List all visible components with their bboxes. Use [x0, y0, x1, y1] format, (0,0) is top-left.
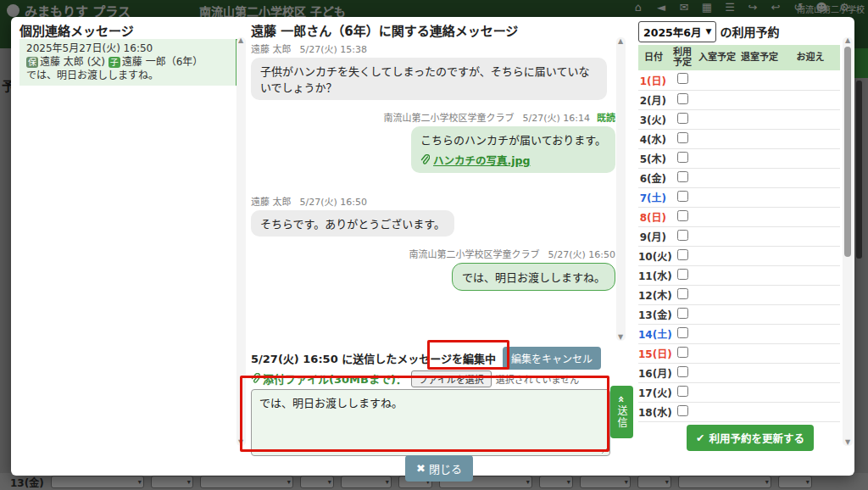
reservation-table: 日付利用予定入室予定退室予定お迎え 1(日)2(月)3(火)4(水)5(木)6(…	[638, 45, 840, 422]
column-header-2: 入室予定	[696, 45, 738, 70]
entry-time-cell	[696, 226, 738, 246]
screen: みまもりす プラス 南流山第二小学校区 子ども ⌂◄✉▦☰↪↩↺☻⚙ 南流山第二…	[0, 0, 868, 490]
message-list-item[interactable]: 2025年5月27日(火) 16:50 保遠藤 太郎 (父) 子遠藤 一郎（6年…	[19, 39, 240, 86]
entry-time-cell	[696, 168, 738, 187]
month-select[interactable]: 2025年6月 ▼	[638, 21, 716, 42]
message-right: 南流山第二小学校区学童クラブ5/27(火) 16:14既読こちらのハンカチが届い…	[251, 110, 615, 173]
usage-checkbox[interactable]	[677, 191, 688, 202]
message-time: 5/27(火) 16:50	[300, 197, 367, 208]
usage-checkbox[interactable]	[677, 269, 688, 280]
day-label: 10(火)	[638, 246, 669, 265]
cancel-edit-button[interactable]: 編集をキャンセル	[503, 347, 601, 370]
message-meta: 南流山第二小学校区学童クラブ5/27(火) 16:14既読	[384, 110, 615, 124]
chevron-down-icon: ▼	[706, 27, 712, 36]
usage-checkbox[interactable]	[677, 230, 688, 241]
left-scrollbar-track[interactable]	[236, 37, 246, 446]
message-bubble: こちらのハンカチが届いております。ハンカチの写真.jpg	[411, 126, 615, 173]
thread-scroll-down-icon[interactable]: ▼	[618, 333, 623, 341]
double-chevron-up-icon: «	[618, 396, 626, 403]
reservation-row: 16(月)	[638, 363, 840, 382]
pickup-cell	[781, 343, 840, 363]
exit-time-cell	[738, 129, 781, 148]
usage-checkbox[interactable]	[677, 171, 688, 182]
send-button[interactable]: « 送信	[610, 386, 633, 438]
reservation-row: 8(日)	[638, 207, 840, 226]
message-sender: 遠藤 太郎	[251, 197, 292, 208]
child-name: 遠藤 一郎（6年）	[122, 56, 203, 68]
thread-scroll-up-icon[interactable]: ▲	[618, 37, 623, 45]
reservation-row: 17(火)	[638, 382, 840, 402]
day-label: 8(日)	[638, 207, 669, 226]
message-meta: 遠藤 太郎5/27(火) 15:38	[251, 42, 367, 55]
pickup-cell	[781, 129, 840, 148]
pickup-cell	[781, 109, 840, 129]
thread-scrollbar-track[interactable]	[616, 37, 626, 341]
child-badge: 子	[108, 57, 120, 68]
reservation-row: 15(日)	[638, 343, 840, 363]
reservation-scroll-up-icon[interactable]: ▲	[845, 36, 850, 44]
usage-checkbox[interactable]	[677, 386, 688, 397]
entry-time-cell	[696, 265, 738, 285]
exit-time-cell	[738, 226, 781, 246]
exit-time-cell	[738, 382, 781, 402]
entry-time-cell	[696, 343, 738, 363]
day-label: 11(水)	[638, 265, 669, 285]
reservation-row: 4(水)	[638, 129, 840, 148]
usage-checkbox[interactable]	[677, 113, 688, 124]
usage-checkbox[interactable]	[677, 93, 688, 104]
file-select-status: 選択されていません	[496, 372, 579, 386]
usage-checkbox[interactable]	[677, 308, 688, 319]
update-reservation-button[interactable]: ✔ 利用予約を更新する	[687, 425, 814, 451]
usage-checkbox[interactable]	[677, 288, 688, 299]
attachment-link[interactable]: ハンカチの写真.jpg	[420, 152, 530, 168]
day-label: 16(月)	[638, 363, 669, 382]
usage-checkbox[interactable]	[677, 210, 688, 221]
day-label: 1(日)	[638, 70, 669, 90]
message-bubble: そちらです。ありがとうございます。	[251, 210, 454, 237]
reservation-row: 9(月)	[638, 226, 840, 246]
usage-checkbox[interactable]	[677, 73, 688, 84]
usage-checkbox[interactable]	[677, 327, 688, 338]
left-scroll-down-icon[interactable]: ▼	[238, 438, 243, 446]
usage-checkbox[interactable]	[677, 405, 688, 416]
message-time: 5/27(火) 16:50	[548, 249, 615, 260]
message-meta: 南流山第二小学校区学童クラブ5/27(火) 16:50	[409, 247, 615, 260]
entry-time-cell	[696, 363, 738, 382]
message-input[interactable]: では、明日お渡ししますね。	[251, 389, 610, 456]
pickup-cell	[781, 304, 840, 324]
day-label: 4(水)	[638, 129, 669, 148]
message-time: 5/27(火) 15:38	[300, 44, 367, 55]
column-header-4: お迎え	[781, 45, 840, 70]
message-item-datetime: 2025年5月27日(火) 16:50	[26, 42, 229, 55]
column-header-3: 退室予定	[738, 45, 781, 70]
day-label: 7(土)	[638, 187, 669, 207]
entry-time-cell	[696, 382, 738, 402]
usage-checkbox[interactable]	[677, 249, 688, 260]
reservation-scrollbar-thumb[interactable]	[844, 47, 851, 257]
usage-checkbox[interactable]	[677, 366, 688, 377]
entry-time-cell	[696, 324, 738, 343]
exit-time-cell	[738, 70, 781, 90]
edit-status-text: 5/27(火) 16:50 に送信したメッセージを編集中	[251, 350, 496, 366]
message-left: 遠藤 太郎5/27(火) 16:50そちらです。ありがとうございます。	[251, 194, 615, 237]
entry-time-cell	[696, 187, 738, 207]
reservation-scroll-down-icon[interactable]: ▼	[845, 438, 850, 446]
reservation-row: 2(月)	[638, 90, 840, 109]
usage-checkbox[interactable]	[677, 132, 688, 143]
file-select-button[interactable]: ファイルを選択	[411, 370, 492, 387]
message-right: 南流山第二小学校区学童クラブ5/27(火) 16:50では、明日お渡ししますね。	[251, 247, 615, 291]
reservation-row: 13(金)	[638, 304, 840, 324]
message-thread: 遠藤 太郎5/27(火) 15:38子供がハンカチを失くしてしまったのですが、そ…	[251, 42, 615, 342]
day-label: 13(金)	[638, 304, 669, 324]
left-scroll-up-icon[interactable]: ▲	[238, 36, 243, 44]
usage-checkbox[interactable]	[677, 347, 688, 358]
pickup-cell	[781, 382, 840, 402]
close-button[interactable]: ✖ 閉じる	[405, 455, 473, 482]
exit-time-cell	[738, 343, 781, 363]
exit-time-cell	[738, 363, 781, 382]
reservation-row: 5(木)	[638, 148, 840, 168]
message-sender: 南流山第二小学校区学童クラブ	[409, 249, 540, 260]
exit-time-cell	[738, 304, 781, 324]
message-item-preview: では、明日お渡ししますね。	[26, 70, 229, 82]
usage-checkbox[interactable]	[677, 152, 688, 163]
